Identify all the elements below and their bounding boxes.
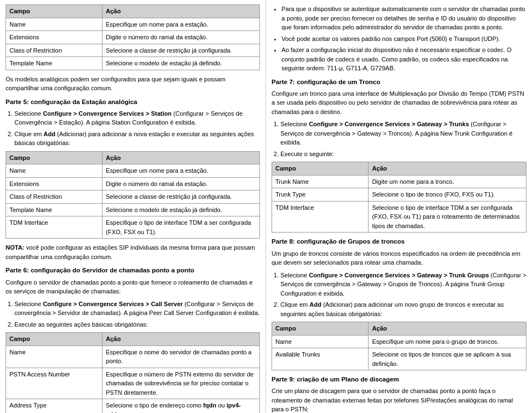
step6: Execute o seguinte: [280,149,526,159]
table-row: ExtensionsDigite o número do ramal da es… [6,31,260,44]
col-campo-1: Campo [6,5,103,18]
col-campo-2: Campo [6,151,103,164]
table-row: Template NameSelecione o modelo de estaç… [6,203,260,216]
step5: Selecione Configure > Convergence Servic… [280,120,526,147]
section1-title: Parte 5: configuração da Estação analógi… [6,97,260,107]
table-cell-campo: Address Type [6,399,103,414]
table-campos-5: Campo Ação NameEspecifique um nome para … [272,322,526,370]
step2-text1: Clique em [14,131,44,137]
section5-title: Parte 9: criação de um Plano de discagem [272,375,526,384]
step1-bold1: Configure > Convergence Services > Stati… [43,110,171,117]
table-cell-campo: Extensions [6,177,103,190]
step8: Clique em Add (Adicionar) para adicionar… [280,300,526,318]
step2-bold1: Add [44,131,55,137]
table-row: NameEspecifique um nome para a estação. [6,164,260,178]
analog-model-para: Os modelos analógicos podem ser configur… [6,75,260,93]
table-row: Class of RestrictionSelecione a classe d… [6,190,260,204]
table-campos-3: Campo Ação NameEspecifique o nome do ser… [6,332,260,413]
col-campo-5: Campo [272,322,369,335]
col-acao-4: Ação [369,162,526,175]
table-row: NameEspecifique o nome do servidor de ch… [6,345,260,368]
section4-title: Parte 8: configuração de Grupos de tronc… [272,237,526,246]
step5-text1: Selecione [280,121,309,127]
col-campo-4: Campo [272,162,369,175]
table-cell-acao: Selecione o modelo de estação já definid… [103,57,260,70]
table-row: Trunk NameDigite um nome para a tronco. [272,175,526,188]
step1: Selecione Configure > Convergence Servic… [14,109,260,127]
table-cell-campo: Name [6,164,103,178]
table-cell-acao: Selecione o modelo de estação já definid… [103,203,260,216]
table-cell-acao: Especifique o tipo de interface TDM a se… [103,216,260,239]
step7: Selecione Configure > Convergence Servic… [280,271,526,298]
step1-text1: Selecione [14,110,43,117]
section4-para: Um grupo de troncos consiste de vários t… [272,249,526,267]
section5-para: Crie um plano de discagem para que o ser… [272,386,526,413]
step4: Execute as seguintes ações básicas obrig… [14,320,260,329]
table-cell-campo: TDM Interface [272,201,369,233]
bullet3: Ao fazer a configuração inicial do dispo… [282,45,526,73]
table-cell-campo: Name [6,345,103,368]
col-campo-3: Campo [6,333,103,346]
table-row: ExtensionsDigite o número do ramal da es… [6,177,260,190]
note1-label: NOTA: [6,244,24,251]
col-acao-5: Ação [369,322,526,335]
table-row: PSTN Access NumberEspecifique o número d… [6,368,260,399]
table-cell-acao: Selecione o tipo de endereço como fqdn o… [103,399,260,414]
table-row: TDM InterfaceEspecifique o tipo de inter… [6,216,260,239]
table-cell-acao: Selecione os tipos de troncos que se apl… [369,348,526,370]
table-cell-acao: Especifique um nome para a estação. [103,18,260,31]
table-cell-campo: Available Trunks [272,348,369,370]
table-cell-campo: Name [272,335,369,348]
note1: NOTA: você pode configurar as estações S… [6,243,260,261]
table-cell-campo: Template Name [6,203,103,216]
table-cell-campo: Trunk Type [272,188,369,202]
table-cell-acao: Especifique um nome para o grupo de tron… [369,335,526,348]
col-acao-3: Ação [103,333,260,346]
step2: Clique em Add (Adicionar) para adicionar… [14,130,260,148]
table-cell-acao: Especifique o nome do servidor de chamad… [103,345,260,368]
section2-para: Configure o servidor de chamadas ponto a… [6,278,260,296]
table-cell-campo: TDM Interface [6,216,103,239]
table-row: Template NameSelecione o modelo de estaç… [6,57,260,70]
table-cell-campo: Name [6,18,103,31]
table-row: NameEspecifique um nome para o grupo de … [272,335,526,348]
table-row: NameEspecifique um nome para a estação. [6,18,260,31]
table-cell-acao: Selecione a classe de restrição já confi… [103,44,260,57]
table-row: Available TrunksSelecione os tipos de tr… [272,348,526,370]
table-cell-acao: Selecione o tipo de interface TDM a ser … [369,201,526,233]
table-cell-acao: Especifique o número de PSTN externo do … [103,368,260,399]
section3-title: Parte 7: configuração de um Tronco [272,78,526,87]
step8-text1: Clique em [280,301,310,308]
table-campos-2: Campo Ação NameEspecifique um nome para … [6,151,260,239]
section2-title: Parte 6: configuração do Servidor de cha… [6,266,260,275]
step7-bold1: Configure > Convergence Services > Gatew… [309,272,489,278]
step8-bold1: Add [310,301,321,308]
left-column: Campo Ação NameEspecifique um nome para … [0,0,266,413]
table-cell-campo: Trunk Name [272,175,369,188]
table-cell-campo: Extensions [6,31,103,44]
col-acao-1: Ação [103,5,260,18]
table-cell-acao: Digite o número do ramal da estação. [103,31,260,44]
table-cell-campo: Class of Restriction [6,190,103,204]
step5-bold1: Configure > Convergence Services > Gatew… [309,121,469,127]
step3-text1: Selecione [14,301,43,307]
table-cell-campo: PSTN Access Number [6,368,103,399]
note1-text: você pode configurar as estações SIP ind… [6,244,255,260]
table-row: TDM InterfaceSelecione o tipo de interfa… [272,201,526,233]
table-row: Class of RestrictionSelecione a classe d… [6,44,260,57]
table-campos-1: Campo Ação NameEspecifique um nome para … [6,4,260,70]
table-cell-campo: Class of Restriction [6,44,103,57]
table-row: Trunk TypeSelecione o tipo de tronco (FX… [272,188,526,202]
section3-para: Configure um tronco para uma interface d… [272,89,526,117]
step3: Selecione Configure > Convergence Servic… [14,300,260,318]
table-cell-acao: Digite o número do ramal da estação. [103,177,260,190]
right-column: Para que o dispositivo se autentique aut… [266,0,532,413]
table-campos-4: Campo Ação Trunk NameDigite um nome para… [272,162,526,233]
table-row: Address TypeSelecione o tipo de endereço… [6,399,260,414]
table-cell-acao: Digite um nome para a tronco. [369,175,526,188]
table-cell-acao: Selecione o tipo de tronco (FXO, FXS ou … [369,188,526,202]
col-acao-2: Ação [103,151,260,164]
step7-text1: Selecione [280,272,309,278]
bullet1: Para que o dispositivo se autentique aut… [282,4,526,32]
table-cell-acao: Especifique um nome para a estação. [103,164,260,178]
